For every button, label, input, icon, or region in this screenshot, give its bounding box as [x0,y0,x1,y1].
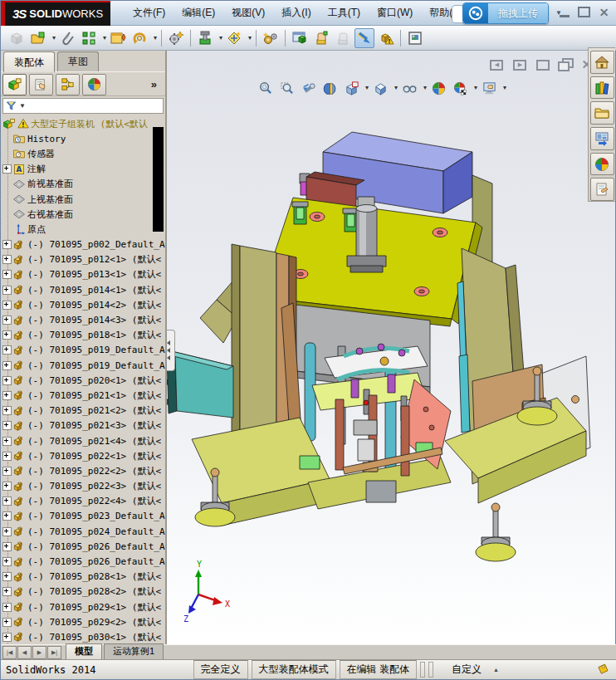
tree-row[interactable]: (-) 701095_p030<1> (默认< [1,629,165,644]
tree-row[interactable]: (-) 701095_p018<1> (默认< [1,328,165,343]
tree-row[interactable]: (-) 701095_p013<1> (默认< [1,267,165,282]
filter-caret-icon[interactable]: ▼ [19,102,26,110]
tree-row[interactable]: History [1,131,165,146]
expand-toggle[interactable] [1,286,12,295]
expand-toggle[interactable] [1,542,12,551]
tree-row[interactable]: (-) 701095_p021<3> (默认< [1,418,165,433]
toolbar-button[interactable] [79,28,99,48]
expand-toggle[interactable] [1,437,12,446]
menu-item[interactable]: 文件(F) [125,2,173,23]
task-pane-button[interactable] [590,153,614,176]
toolbar-button[interactable] [57,28,77,48]
status-custom-label[interactable]: 自定义 [452,663,482,677]
toolbar-button[interactable] [376,28,396,48]
tree-row[interactable]: (-) 701095_p002_Default_A: [1,237,165,252]
custom-caret-icon[interactable]: ▲ [493,667,499,673]
tree-row[interactable]: (-) 701095_p019_Default_A: [1,343,165,358]
expand-toggle[interactable] [1,421,12,430]
toolbar-button[interactable] [108,28,128,48]
menu-item[interactable]: 工具(T) [320,2,368,23]
study-tab[interactable]: 运动算例1 [104,643,164,659]
expand-toggle[interactable] [1,164,12,174]
expand-toggle[interactable] [1,557,12,566]
tree-row[interactable]: (-) 701095_p022<3> (默认< [1,479,165,494]
tree-row[interactable]: (-) 701095_p019_Default_A: [1,358,165,373]
menu-item[interactable]: 视图(V) [224,2,272,23]
tree-row[interactable]: 上视基准面 [1,192,165,207]
tree-row[interactable]: (-) 701095_p022<1> (默认< [1,448,165,463]
tree-row[interactable]: 传感器 [1,146,165,161]
tree-row[interactable]: 原点 [1,222,165,237]
manager-tab-button[interactable] [56,74,80,95]
expand-toggle[interactable] [1,511,12,521]
task-pane-button[interactable] [590,76,614,100]
upload-button[interactable]: 拖拽上传 [462,2,549,24]
menu-item[interactable]: 插入(I) [274,2,318,23]
tree-row[interactable]: (-) 701095_p021<2> (默认< [1,404,165,418]
toolbar-button[interactable] [166,28,186,48]
expand-toggle[interactable] [1,618,12,627]
expand-toggle[interactable] [1,345,12,355]
tree-row[interactable]: (-) 701095_p014<3> (默认< [1,312,165,327]
menu-item[interactable]: 编辑(E) [174,2,222,23]
task-pane-button[interactable] [590,51,614,74]
toolbar-button[interactable] [311,28,331,48]
toolbar-button[interactable] [405,28,425,48]
task-pane-button[interactable] [590,178,614,201]
tree-row[interactable]: (-) 701095_p024_Default_A: [1,524,165,539]
expand-toggle[interactable] [1,572,12,581]
toolbar-button[interactable] [130,28,149,48]
expand-toggle[interactable] [1,633,12,642]
tree-row[interactable]: (-) 701095_p022<2> (默认< [1,463,165,478]
expand-toggle[interactable] [1,361,12,370]
manager-overflow-chevron[interactable]: » [151,78,157,91]
tree-row[interactable]: (-) 701095_p026_Default_A: [1,554,165,569]
panel-tab[interactable]: 装配体 [3,51,55,72]
expand-toggle[interactable] [1,240,12,249]
menu-item[interactable]: 窗口(W) [369,2,420,23]
tree-row[interactable]: (-) 701095_p023_Default_A: [1,509,165,524]
maximize-button[interactable] [578,7,590,17]
tree-row[interactable]: (-) 701095_p021<1> (默认< [1,388,165,403]
expand-toggle[interactable] [1,452,12,461]
expand-toggle[interactable] [1,482,12,491]
tab-prev-button[interactable]: ◀ [17,646,32,659]
expand-toggle[interactable] [1,330,12,340]
minimize-button[interactable] [558,7,570,17]
toolbar-button[interactable] [290,28,310,48]
manager-tab-button[interactable] [29,74,53,95]
expand-toggle[interactable] [1,376,12,385]
tree-row[interactable]: (-) 701095_p014<2> (默认< [1,297,165,312]
tree-row[interactable]: (-) 701095_p020<1> (默认< [1,373,165,388]
expand-toggle[interactable] [1,467,12,476]
study-tab[interactable]: 模型 [66,643,102,659]
tree-row[interactable]: (-) 701095_p012<1> (默认< [1,252,165,267]
tree-filter-field[interactable]: ▼ [2,98,164,114]
tree-row[interactable]: 右视基准面 [1,207,165,222]
manager-tab-button[interactable] [2,74,27,95]
toolbar-button[interactable] [7,28,27,48]
tree-row[interactable]: 前视基准面 [1,177,165,192]
expand-toggle[interactable] [1,587,12,596]
expand-toggle[interactable] [1,391,12,400]
toolbar-button[interactable] [224,28,244,48]
tab-last-button[interactable]: ▶| [47,646,61,659]
tab-first-button[interactable]: |◀ [2,646,17,659]
tag-icon[interactable] [596,663,610,677]
expand-toggle[interactable] [1,301,12,310]
expand-toggle[interactable] [1,255,12,264]
tree-row[interactable]: (-) 701095_p014<1> (默认< [1,282,165,297]
manager-tab-button[interactable] [82,74,106,95]
tree-row[interactable]: (-) 701095_p028<2> (默认< [1,585,165,599]
tree-row[interactable]: (-) 701095_p029<1> (默认< [1,599,165,614]
tree-row[interactable]: 大型定子组装机 (默认<默认 [1,116,165,131]
tree-row[interactable]: (-) 701095_p028<1> (默认< [1,570,165,585]
tree-scrollbar-thumb[interactable] [153,127,164,232]
expand-toggle[interactable] [1,316,12,325]
expand-toggle[interactable] [1,270,12,279]
tree-row[interactable]: 注解 [1,162,165,177]
model-canvas[interactable]: Y X Z [167,51,615,645]
toolbar-button[interactable] [333,28,353,48]
toolbar-button[interactable] [195,28,215,48]
tab-next-button[interactable]: ▶ [32,646,46,659]
